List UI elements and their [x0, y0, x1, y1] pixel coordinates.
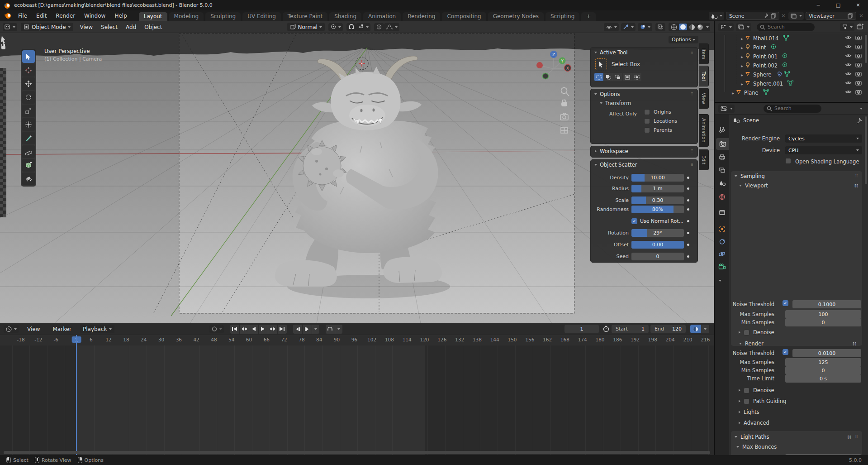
- pin-icon[interactable]: [856, 118, 862, 124]
- outliner-row-point-001[interactable]: ▸Point.001: [741, 52, 845, 61]
- sampling-viewport-subheader[interactable]: Viewport⫾⫾: [731, 181, 862, 190]
- render-min-samples-field[interactable]: 0: [785, 366, 861, 374]
- sync-options-chevron[interactable]: [701, 325, 709, 333]
- jump-end-button[interactable]: [278, 325, 287, 334]
- npanel-tab-item[interactable]: Item: [699, 43, 709, 64]
- path-guiding-row[interactable]: Path Guiding: [736, 398, 786, 404]
- disable-in-render-camera-icon[interactable]: [855, 80, 862, 87]
- editor-type-button[interactable]: [3, 23, 17, 31]
- maximize-button[interactable]: □: [828, 0, 848, 10]
- disable-in-render-camera-icon[interactable]: [855, 89, 862, 96]
- shading-rendered-icon[interactable]: [696, 24, 704, 30]
- render-denoise-row[interactable]: Denoise: [736, 387, 774, 393]
- menu-file[interactable]: File: [14, 10, 32, 21]
- light-paths-header[interactable]: Light Paths⫾⫾⠿: [731, 432, 862, 442]
- animate-dot[interactable]: [687, 244, 689, 246]
- vp-noise-threshold-field[interactable]: 0.1000: [792, 300, 861, 308]
- select-mode-subtract[interactable]: [613, 73, 622, 81]
- workspace-tab-geometry-nodes[interactable]: Geometry Nodes: [488, 12, 544, 21]
- menu-help[interactable]: Help: [110, 10, 131, 21]
- workspace-tab-layout[interactable]: Layout: [139, 12, 167, 21]
- tool-add-cube[interactable]: [22, 159, 35, 172]
- properties-scrollbar[interactable]: [865, 116, 867, 184]
- menu-render[interactable]: Render: [51, 10, 80, 21]
- viewlayer-selector[interactable]: ViewLayer: [806, 12, 856, 20]
- playback-sync-button[interactable]: [690, 325, 701, 333]
- tool-object-scatter[interactable]: [22, 173, 35, 185]
- properties-editor-type-button[interactable]: [718, 105, 735, 113]
- menu-edit[interactable]: Edit: [32, 10, 51, 21]
- hide-in-viewport-eye-icon[interactable]: [845, 62, 852, 69]
- menu-window[interactable]: Window: [80, 10, 110, 21]
- scatter-rotation-slider[interactable]: 29°: [631, 229, 684, 237]
- expand-chevron-icon[interactable]: ▸: [741, 45, 743, 50]
- properties-tab-scene[interactable]: [715, 177, 729, 189]
- animate-dot[interactable]: [687, 177, 689, 179]
- scatter-offset-slider[interactable]: 0.00: [631, 241, 684, 249]
- workspace-tab-sculpting[interactable]: Sculpting: [205, 12, 241, 21]
- expand-chevron-icon[interactable]: ▸: [741, 63, 743, 68]
- properties-search-input[interactable]: Search: [764, 105, 821, 113]
- properties-tabs-overflow-chevron[interactable]: [719, 277, 721, 283]
- total-field[interactable]: 12: [785, 454, 861, 455]
- stopwatch-icon[interactable]: [602, 326, 610, 332]
- device-dropdown[interactable]: CPU: [785, 146, 862, 154]
- hide-in-viewport-eye-icon[interactable]: [845, 44, 852, 51]
- viewport-menu-object[interactable]: Object: [140, 24, 166, 30]
- properties-tab-render[interactable]: [716, 138, 729, 150]
- snap-toggle-magnet-icon[interactable]: [346, 23, 356, 31]
- scene-selector[interactable]: Scene: [726, 12, 779, 20]
- render-engine-dropdown[interactable]: Cycles: [785, 134, 862, 143]
- workspace-tab-scripting[interactable]: Scripting: [545, 12, 579, 21]
- vp-denoise-row[interactable]: Denoise: [736, 329, 774, 336]
- affect-locations-checkbox[interactable]: [644, 118, 650, 124]
- animate-dot[interactable]: [687, 255, 689, 258]
- select-mode-set[interactable]: [594, 73, 603, 81]
- active-tool-panel-header[interactable]: Active Tool⠿: [591, 48, 697, 58]
- vp-min-samples-field[interactable]: 0: [785, 318, 861, 326]
- npanel-tab-view[interactable]: View: [699, 88, 709, 109]
- advanced-row[interactable]: Advanced: [736, 420, 769, 426]
- timeline-menu-playback[interactable]: Playback: [80, 325, 114, 333]
- affect-origins-checkbox[interactable]: [644, 109, 650, 115]
- loop-options-chevron[interactable]: [335, 325, 342, 334]
- orientation-selector[interactable]: Normal: [287, 23, 324, 31]
- outliner-row-plane[interactable]: ▸Plane: [732, 88, 845, 97]
- animate-dot[interactable]: [687, 187, 689, 190]
- tool-move[interactable]: [22, 77, 35, 90]
- sampling-render-subheader[interactable]: Render⫾⫾: [733, 339, 860, 348]
- shading-solid-icon[interactable]: [679, 24, 687, 30]
- properties-tab-view-layer[interactable]: [715, 164, 729, 176]
- sampling-panel-header[interactable]: Sampling⠿: [731, 171, 862, 181]
- select-mode-intersect[interactable]: [632, 73, 641, 81]
- copy-scene-icon[interactable]: [771, 13, 776, 19]
- timeline-editor-type-button[interactable]: [4, 325, 19, 333]
- outliner-row-point-002[interactable]: ▸Point.002: [741, 61, 845, 70]
- shading-material-icon[interactable]: [688, 24, 696, 30]
- tool-measure[interactable]: [22, 145, 35, 158]
- max-bounces-subheader[interactable]: Max Bounces: [736, 442, 862, 451]
- gizmo-x-neg-axis[interactable]: [536, 62, 543, 68]
- auto-keying-button[interactable]: [209, 325, 224, 333]
- blender-menu-icon[interactable]: [4, 12, 12, 19]
- add-workspace-button[interactable]: +: [581, 12, 596, 21]
- object-visibility-button[interactable]: [604, 23, 619, 31]
- next-key-button[interactable]: [268, 325, 277, 334]
- properties-tab-tool[interactable]: [715, 124, 729, 135]
- workspace-tab-uv-editing[interactable]: UV Editing: [242, 12, 281, 21]
- select-mode-invert[interactable]: [623, 73, 632, 81]
- hide-in-viewport-eye-icon[interactable]: [845, 35, 852, 42]
- animate-dot[interactable]: [687, 199, 689, 201]
- new-scene-icon[interactable]: [709, 12, 724, 20]
- render-noise-threshold-checkbox[interactable]: ✓: [783, 349, 788, 355]
- vp-noise-threshold-checkbox[interactable]: ✓: [783, 300, 788, 306]
- properties-tab-output[interactable]: [715, 151, 729, 163]
- disable-in-render-camera-icon[interactable]: [855, 44, 862, 51]
- workspace-tab-animation[interactable]: Animation: [363, 12, 401, 21]
- select-box-tool-icon[interactable]: [595, 58, 607, 70]
- disable-in-render-camera-icon[interactable]: [855, 62, 862, 69]
- play-button[interactable]: [259, 325, 268, 334]
- vp-max-samples-field[interactable]: 100: [785, 310, 861, 318]
- outliner-row-sphere[interactable]: ▸Sphere: [741, 70, 845, 79]
- npanel-tab-edit[interactable]: Edit: [699, 149, 709, 170]
